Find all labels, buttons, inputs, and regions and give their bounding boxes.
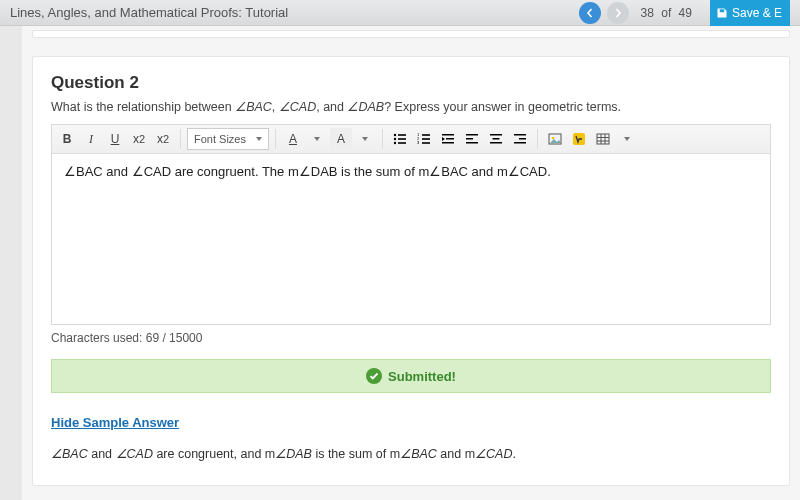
italic-button[interactable]: I: [80, 128, 102, 150]
svg-rect-1: [398, 134, 406, 136]
question-heading: Question 2: [51, 73, 771, 93]
image-icon: [548, 132, 562, 146]
svg-rect-23: [514, 142, 526, 144]
save-icon: [716, 7, 728, 19]
sample-angle-4: ∠BAC: [400, 447, 437, 461]
question-prompt: What is the relationship between ∠BAC, ∠…: [51, 99, 771, 114]
svg-rect-13: [446, 138, 454, 140]
superscript-button[interactable]: x2: [128, 128, 150, 150]
sup-exp: 2: [139, 134, 145, 144]
svg-rect-17: [466, 142, 478, 144]
font-size-select[interactable]: Font Sizes: [187, 128, 269, 150]
svg-rect-12: [442, 134, 454, 136]
svg-rect-16: [466, 138, 473, 140]
sample-angle-3: ∠DAB: [275, 447, 312, 461]
page-current: 38: [641, 6, 654, 20]
underline-label: U: [111, 132, 120, 146]
top-bar: Lines, Angles, and Mathematical Proofs: …: [0, 0, 800, 26]
svg-rect-9: [422, 138, 430, 140]
chevron-down-icon: [256, 137, 262, 141]
sub-exp: 2: [163, 134, 169, 144]
sample-answer: ∠BAC and ∠CAD are congruent, and m∠DAB i…: [51, 446, 771, 461]
bold-button[interactable]: B: [56, 128, 78, 150]
highlight-dropdown[interactable]: [354, 128, 376, 150]
angle-3: ∠DAB: [347, 100, 384, 114]
align-right-icon: [513, 132, 527, 146]
svg-point-2: [394, 138, 396, 140]
svg-point-25: [552, 137, 555, 140]
bullet-list-button[interactable]: [389, 128, 411, 150]
angle-1: ∠BAC: [235, 100, 272, 114]
highlight-label: A: [337, 132, 345, 146]
table-dropdown[interactable]: [616, 128, 638, 150]
sample-t1: and: [88, 447, 116, 461]
align-left-button[interactable]: [461, 128, 483, 150]
toggle-sample-answer-link[interactable]: Hide Sample Answer: [51, 415, 179, 430]
prev-page-button[interactable]: [579, 2, 601, 24]
italic-label: I: [89, 132, 93, 147]
svg-text:3: 3: [417, 140, 420, 145]
image-button[interactable]: [544, 128, 566, 150]
editor-content: ∠BAC and ∠CAD are congruent. The m∠DAB i…: [64, 164, 551, 179]
svg-rect-11: [422, 142, 430, 144]
next-page-button[interactable]: [607, 2, 629, 24]
question-card: Question 2 What is the relationship betw…: [32, 56, 790, 486]
bullet-list-icon: [393, 132, 407, 146]
toolbar-separator: [537, 129, 538, 149]
rich-text-editor: B I U x2 x2 Font Sizes A A: [51, 124, 771, 325]
bold-label: B: [63, 132, 72, 146]
editor-toolbar: B I U x2 x2 Font Sizes A A: [52, 125, 770, 154]
content-shell: Question 2 What is the relationship betw…: [22, 26, 800, 500]
sample-t2: are congruent, and m: [153, 447, 275, 461]
svg-rect-7: [422, 134, 430, 136]
submitted-banner: Submitted!: [51, 359, 771, 393]
equation-button[interactable]: [568, 128, 590, 150]
sample-t5: .: [512, 447, 515, 461]
toolbar-separator: [275, 129, 276, 149]
chevron-down-icon: [624, 137, 630, 141]
prompt-pre: What is the relationship between: [51, 100, 235, 114]
text-color-label: A: [289, 132, 297, 146]
editor-textarea[interactable]: ∠BAC and ∠CAD are congruent. The m∠DAB i…: [52, 154, 770, 324]
numbered-list-icon: 123: [417, 132, 431, 146]
indent-button[interactable]: [437, 128, 459, 150]
svg-rect-21: [514, 134, 526, 136]
align-center-button[interactable]: [485, 128, 507, 150]
sample-t4: and m: [437, 447, 475, 461]
page-sep: of: [661, 6, 671, 20]
save-exit-button[interactable]: Save & E: [710, 0, 790, 26]
align-right-button[interactable]: [509, 128, 531, 150]
submitted-label: Submitted!: [388, 369, 456, 384]
numbered-list-button[interactable]: 123: [413, 128, 435, 150]
check-circle-icon: [366, 368, 382, 384]
text-color-button[interactable]: A: [282, 128, 304, 150]
svg-rect-27: [597, 134, 609, 144]
sample-angle-1: ∠BAC: [51, 447, 88, 461]
prompt-post: ? Express your answer in geometric terms…: [384, 100, 621, 114]
page-title: Lines, Angles, and Mathematical Proofs: …: [10, 5, 579, 20]
chevron-down-icon: [362, 137, 368, 141]
equation-icon: [572, 132, 586, 146]
underline-button[interactable]: U: [104, 128, 126, 150]
page-total: 49: [679, 6, 692, 20]
text-color-dropdown[interactable]: [306, 128, 328, 150]
sample-angle-2: ∠CAD: [116, 447, 153, 461]
table-icon: [596, 132, 610, 146]
svg-point-4: [394, 142, 396, 144]
table-button[interactable]: [592, 128, 614, 150]
svg-rect-20: [490, 142, 502, 144]
previous-card-edge: [32, 30, 790, 38]
highlight-button[interactable]: A: [330, 128, 352, 150]
character-counter: Characters used: 69 / 15000: [51, 331, 771, 345]
font-size-label: Font Sizes: [194, 133, 246, 145]
svg-rect-15: [466, 134, 478, 136]
indent-icon: [441, 132, 455, 146]
page-indicator: 38 of 49: [641, 6, 692, 20]
sample-angle-5: ∠CAD: [475, 447, 512, 461]
angle-2: ∠CAD: [279, 100, 316, 114]
toolbar-separator: [180, 129, 181, 149]
svg-rect-5: [398, 142, 406, 144]
subscript-button[interactable]: x2: [152, 128, 174, 150]
page-nav: 38 of 49 Save & E: [579, 0, 790, 26]
save-label: Save & E: [732, 6, 782, 20]
